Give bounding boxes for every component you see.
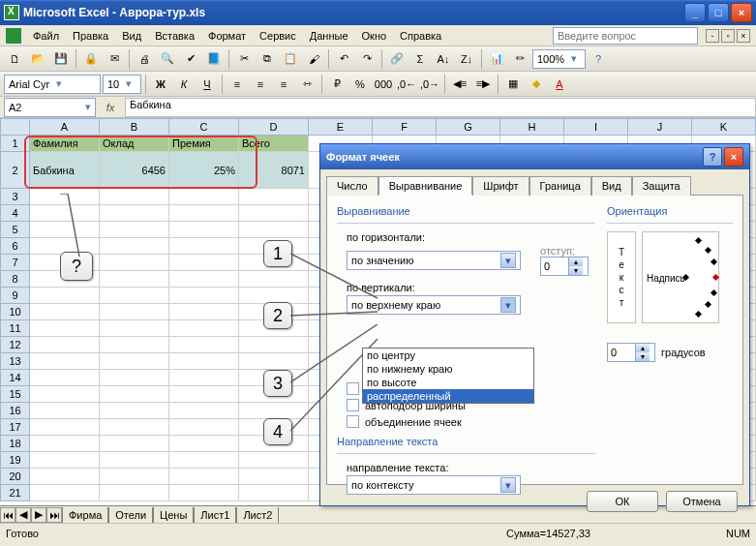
cell-A21[interactable] <box>30 485 100 501</box>
italic-button[interactable]: К <box>173 74 195 95</box>
cell-B5[interactable] <box>100 222 169 238</box>
cell-D21[interactable] <box>239 485 309 501</box>
decrease-indent-button[interactable]: ◀≡ <box>449 74 470 95</box>
format-painter-button[interactable]: 🖌 <box>303 48 324 70</box>
tab-fill[interactable]: Вид <box>591 176 632 196</box>
paste-button[interactable]: 📋 <box>280 48 301 70</box>
orientation-dial[interactable]: Надпись <box>642 231 719 323</box>
shrink-fit-checkbox[interactable] <box>347 399 359 411</box>
sheet-tab[interactable]: Цены <box>153 507 194 523</box>
spinner-down-icon[interactable]: ▼ <box>635 352 650 361</box>
zoom-combo[interactable]: 100%▾ <box>532 49 586 69</box>
align-center-button[interactable]: ≡ <box>250 74 271 95</box>
spelling-button[interactable]: ✔ <box>180 48 201 70</box>
menu-format[interactable]: Формат <box>202 28 252 44</box>
cell-A3[interactable] <box>30 189 100 205</box>
menu-data[interactable]: Данные <box>304 28 354 44</box>
cut-button[interactable]: ✂ <box>233 48 255 70</box>
cell-B18[interactable] <box>100 436 169 452</box>
tab-border[interactable]: Граница <box>529 176 591 196</box>
option-distributed[interactable]: распределенный <box>363 389 533 403</box>
cell-C7[interactable] <box>169 255 239 271</box>
tab-number[interactable]: Число <box>326 176 378 196</box>
help-button[interactable]: ? <box>588 48 609 70</box>
copy-button[interactable]: ⧉ <box>257 48 278 70</box>
cell-C17[interactable] <box>169 419 239 436</box>
workbook-icon[interactable] <box>6 28 21 44</box>
font-name-combo[interactable]: Arial Cyr▾ <box>4 75 101 94</box>
cell-A19[interactable] <box>30 452 100 469</box>
indent-spinner[interactable]: ▲▼ <box>540 257 589 276</box>
save-button[interactable]: 💾 <box>50 48 72 70</box>
cell-B6[interactable] <box>100 238 169 255</box>
dialog-help-button[interactable]: ? <box>703 147 722 167</box>
autosum-button[interactable]: Σ <box>409 48 431 70</box>
indent-input[interactable] <box>541 260 568 272</box>
name-box[interactable]: A2▾ <box>4 98 96 117</box>
cell-B4[interactable] <box>100 205 169 222</box>
mdi-minimize-button[interactable]: - <box>706 29 719 43</box>
cell-D4[interactable] <box>239 205 309 222</box>
option-justify[interactable]: по высоте <box>363 376 533 389</box>
sheet-nav-last[interactable]: ⏭ <box>46 507 62 523</box>
cell-C14[interactable] <box>169 370 239 386</box>
cell-C1[interactable]: Премия <box>169 136 239 152</box>
cell-C10[interactable] <box>169 304 239 320</box>
currency-button[interactable]: ₽ <box>326 74 348 95</box>
cell-B21[interactable] <box>100 485 169 501</box>
sheet-tab[interactable]: Фирма <box>62 507 108 523</box>
merge-cells-checkbox[interactable] <box>347 415 359 428</box>
email-button[interactable]: ✉ <box>104 48 125 70</box>
spinner-up-icon[interactable]: ▲ <box>635 344 650 352</box>
tab-alignment[interactable]: Выравнивание <box>378 176 473 196</box>
cell-B7[interactable] <box>100 255 169 271</box>
cell-D13[interactable] <box>239 353 309 370</box>
permission-button[interactable]: 🔒 <box>80 48 102 70</box>
underline-button[interactable]: Ч <box>197 74 218 95</box>
cell-C16[interactable] <box>169 403 239 419</box>
cell-D1[interactable]: Всего <box>239 136 309 152</box>
redo-button[interactable]: ↷ <box>356 48 378 70</box>
chevron-down-icon[interactable]: ▾ <box>85 101 91 113</box>
cell-B2[interactable]: 6456 <box>100 152 169 189</box>
undo-button[interactable]: ↶ <box>333 48 354 70</box>
cell-B20[interactable] <box>100 469 169 485</box>
cell-D12[interactable] <box>239 337 309 353</box>
ask-question-input[interactable] <box>553 27 698 45</box>
cell-B17[interactable] <box>100 419 169 436</box>
cell-C13[interactable] <box>169 353 239 370</box>
fx-icon[interactable]: fx <box>96 102 125 113</box>
sort-asc-button[interactable]: A↓ <box>433 48 454 70</box>
cell-C5[interactable] <box>169 222 239 238</box>
cell-B19[interactable] <box>100 452 169 469</box>
maximize-button[interactable]: □ <box>708 3 729 22</box>
cell-D19[interactable] <box>239 452 309 469</box>
option-center[interactable]: по центру <box>363 349 533 362</box>
cell-C20[interactable] <box>169 469 239 485</box>
sort-desc-button[interactable]: Z↓ <box>456 48 477 70</box>
text-direction-combo[interactable]: по контексту▾ <box>347 475 521 495</box>
sheet-tab[interactable]: Лист1 <box>194 507 236 523</box>
cell-C6[interactable] <box>169 238 239 255</box>
sheet-tab[interactable]: Лист2 <box>236 507 279 523</box>
comma-button[interactable]: 000 <box>373 74 394 95</box>
cell-A17[interactable] <box>30 419 100 436</box>
cell-A13[interactable] <box>30 353 100 370</box>
sheet-nav-next[interactable]: ▶ <box>31 507 46 523</box>
cell-B1[interactable]: Оклад <box>100 136 169 152</box>
cell-A20[interactable] <box>30 469 100 485</box>
formula-input[interactable]: Бабкина <box>125 98 756 117</box>
cell-A11[interactable] <box>30 320 100 337</box>
cell-D8[interactable] <box>239 271 309 288</box>
chevron-down-icon[interactable]: ▾ <box>500 477 516 493</box>
wrap-text-checkbox[interactable] <box>347 382 359 395</box>
cell-A9[interactable] <box>30 288 100 304</box>
mdi-restore-button[interactable]: ▫ <box>721 29 735 43</box>
percent-button[interactable]: % <box>349 74 371 95</box>
cell-D2[interactable]: 8071 <box>239 152 309 189</box>
horizontal-combo[interactable]: по значению▾ <box>347 251 521 270</box>
cell-A12[interactable] <box>30 337 100 353</box>
open-button[interactable]: 📂 <box>27 48 48 70</box>
menu-help[interactable]: Справка <box>394 28 447 44</box>
cell-B10[interactable] <box>100 304 169 320</box>
